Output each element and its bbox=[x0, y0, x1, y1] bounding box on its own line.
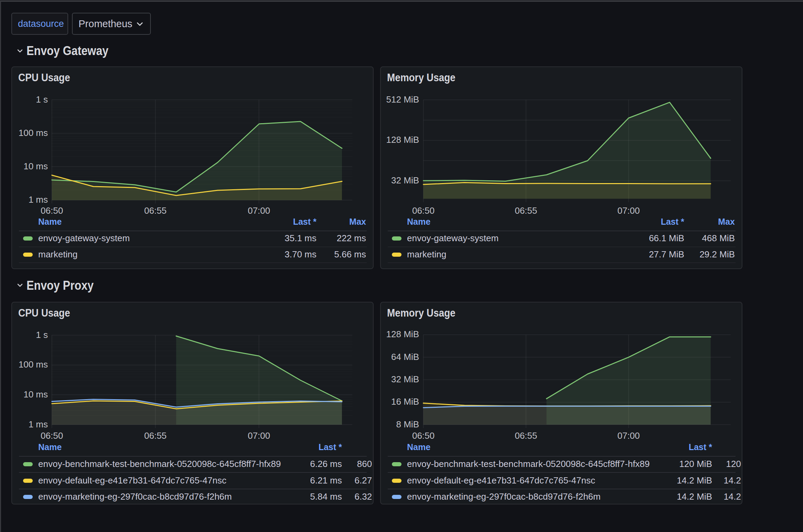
svg-text:32 MiB: 32 MiB bbox=[391, 374, 419, 384]
svg-text:06:50: 06:50 bbox=[412, 430, 435, 441]
svg-text:06:55: 06:55 bbox=[144, 205, 167, 216]
svg-text:128 MiB: 128 MiB bbox=[386, 135, 419, 145]
svg-text:128 MiB: 128 MiB bbox=[386, 329, 419, 339]
svg-text:10 ms: 10 ms bbox=[23, 161, 48, 171]
svg-text:06:55: 06:55 bbox=[144, 430, 167, 441]
svg-text:100 ms: 100 ms bbox=[19, 128, 48, 138]
svg-text:100 ms: 100 ms bbox=[19, 359, 48, 370]
svg-text:32 MiB: 32 MiB bbox=[391, 175, 419, 185]
svg-text:06:50: 06:50 bbox=[41, 430, 63, 441]
svg-text:06:50: 06:50 bbox=[41, 205, 63, 216]
svg-text:1 s: 1 s bbox=[36, 330, 48, 340]
svg-text:07:00: 07:00 bbox=[248, 205, 270, 216]
svg-text:16 MiB: 16 MiB bbox=[391, 396, 419, 407]
svg-text:06:55: 06:55 bbox=[515, 205, 537, 216]
svg-text:512 MiB: 512 MiB bbox=[386, 94, 419, 105]
svg-text:1 s: 1 s bbox=[36, 94, 48, 105]
svg-text:10 ms: 10 ms bbox=[23, 389, 48, 400]
svg-text:8 MiB: 8 MiB bbox=[396, 419, 419, 429]
svg-text:1 ms: 1 ms bbox=[29, 194, 48, 205]
svg-text:07:00: 07:00 bbox=[617, 205, 640, 216]
svg-text:06:55: 06:55 bbox=[515, 430, 537, 441]
svg-text:64 MiB: 64 MiB bbox=[391, 352, 419, 362]
svg-text:07:00: 07:00 bbox=[248, 430, 270, 441]
svg-text:1 ms: 1 ms bbox=[29, 419, 48, 429]
svg-text:07:00: 07:00 bbox=[617, 430, 640, 441]
svg-text:06:50: 06:50 bbox=[412, 205, 435, 216]
